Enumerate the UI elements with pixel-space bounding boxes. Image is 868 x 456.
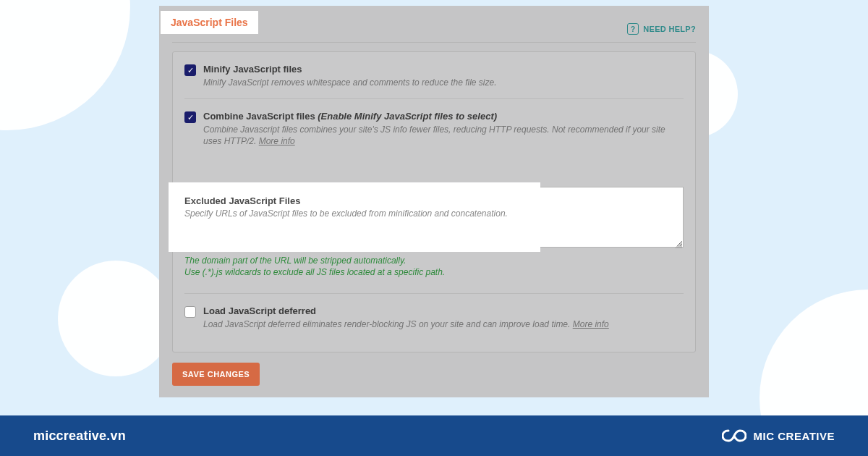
minify-desc: Minify JavaScript removes whitespace and… (203, 77, 684, 88)
option-minify: ✓ Minify JavaScript files Minify JavaScr… (184, 62, 684, 98)
minify-checkbox[interactable]: ✓ (184, 64, 196, 76)
footer-brand: MIC CREATIVE (722, 428, 835, 443)
excluded-hint-1: The domain part of the URL will be strip… (184, 255, 684, 267)
save-button[interactable]: SAVE CHANGES (172, 363, 260, 386)
option-deferred: ✓ Load JavaScript deferred Load JavaScri… (184, 293, 684, 340)
combine-more-link[interactable]: More info (259, 136, 295, 146)
bg-blob (58, 261, 174, 376)
excluded-title: Excluded JavaScript Files (184, 195, 524, 206)
need-help-label: NEED HELP? (643, 25, 696, 33)
combine-title: Combine JavaScript files (Enable Minify … (203, 111, 684, 122)
footer-brand-text: MIC CREATIVE (754, 430, 835, 442)
help-icon: ? (627, 23, 639, 35)
page-footer: miccreative.vn MIC CREATIVE (0, 415, 868, 456)
panel-title: JavaScript Files (161, 11, 258, 34)
option-combine: ✓ Combine JavaScript files (Enable Minif… (184, 98, 684, 293)
minify-title: Minify JavaScript files (203, 64, 684, 75)
infinity-icon (722, 428, 746, 443)
footer-site: miccreative.vn (33, 428, 126, 444)
combine-title-text: Combine JavaScript files (203, 111, 315, 122)
combine-title-hint: (Enable Minify JavaScript files to selec… (318, 111, 497, 122)
deferred-desc: Load JavaScript deferred eliminates rend… (203, 318, 684, 330)
excluded-hint-2: Use (.*).js wildcards to exclude all JS … (184, 266, 684, 279)
settings-panel: JavaScript Files ? NEED HELP? ✓ Minify J… (159, 6, 709, 397)
combine-checkbox[interactable]: ✓ (184, 111, 196, 123)
excluded-highlight: Excluded JavaScript Files Specify URLs o… (170, 184, 539, 250)
options-box: ✓ Minify JavaScript files Minify JavaScr… (172, 51, 696, 352)
excluded-block: Excluded JavaScript Files Specify URLs o… (184, 187, 684, 279)
excluded-hints: The domain part of the URL will be strip… (184, 255, 684, 279)
deferred-title: Load JavaScript deferred (203, 305, 684, 316)
combine-desc: Combine Javascript files combines your s… (203, 124, 684, 147)
need-help-link[interactable]: ? NEED HELP? (627, 23, 696, 35)
resize-handle-icon[interactable] (675, 241, 682, 248)
bg-blob (0, 0, 130, 130)
panel-header: JavaScript Files ? NEED HELP? (172, 20, 696, 43)
excluded-desc: Specify URLs of JavaScript files to be e… (184, 208, 524, 219)
deferred-checkbox[interactable]: ✓ (184, 306, 196, 318)
deferred-more-link[interactable]: More info (573, 319, 609, 329)
